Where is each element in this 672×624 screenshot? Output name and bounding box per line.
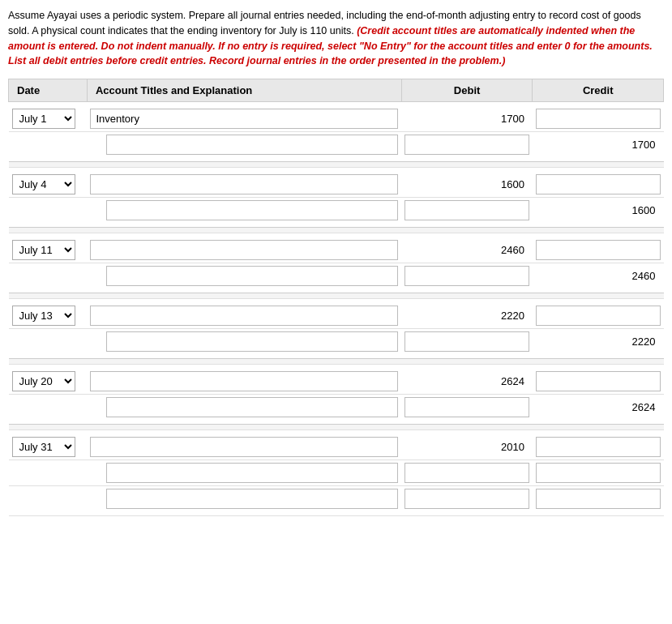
debit-input[interactable] [404, 135, 529, 155]
debit-value: 1700 [404, 109, 529, 128]
credit-value: 2220 [536, 332, 661, 351]
credit-input[interactable] [536, 174, 661, 194]
date-select[interactable]: July 1July 2July 3July 4July 5July 6July… [12, 174, 75, 194]
account-input[interactable] [106, 331, 398, 352]
group-separator [9, 293, 664, 299]
debit-value: 2220 [404, 306, 529, 325]
debit-value: 1600 [404, 175, 529, 194]
date-select[interactable]: July 1July 2July 3July 4July 5July 6July… [12, 306, 75, 326]
credit-value: 1700 [536, 135, 661, 154]
credit-input[interactable] [536, 109, 661, 129]
credit-input[interactable] [536, 489, 661, 509]
group-separator [9, 162, 664, 168]
date-select[interactable]: July 1July 2July 3July 4July 5July 6July… [12, 437, 75, 457]
account-input[interactable] [90, 306, 398, 326]
header-debit: Debit [401, 79, 533, 102]
table-row: 2460 [9, 263, 664, 293]
debit-value: 2624 [404, 372, 529, 391]
account-input[interactable] [90, 174, 398, 194]
header-credit: Credit [533, 79, 664, 102]
date-select[interactable]: July 1July 2July 3July 4July 5July 6July… [12, 240, 75, 260]
table-row: 1700 [9, 132, 664, 162]
credit-input[interactable] [536, 371, 661, 391]
debit-input[interactable] [404, 266, 529, 286]
instructions-block: Assume Ayayai uses a periodic system. Pr… [8, 8, 664, 69]
table-row: July 1July 2July 3July 4July 5July 6July… [9, 430, 664, 460]
account-input[interactable] [90, 437, 398, 457]
credit-input[interactable] [536, 437, 661, 457]
debit-value: 2460 [404, 241, 529, 259]
table-row: July 1July 2July 3July 4July 5July 6July… [9, 365, 664, 395]
table-row: July 1July 2July 3July 4July 5July 6July… [9, 168, 664, 198]
table-row [9, 486, 664, 516]
table-row: 2624 [9, 395, 664, 425]
credit-value: 1600 [536, 201, 661, 220]
credit-input[interactable] [536, 306, 661, 326]
account-input[interactable] [106, 463, 398, 483]
account-input[interactable] [106, 200, 398, 220]
credit-value: 2624 [536, 398, 661, 417]
account-input[interactable] [106, 489, 398, 509]
table-row: July 1July 2July 3July 4July 5July 6July… [9, 102, 664, 132]
account-input[interactable] [90, 371, 398, 391]
group-separator [9, 228, 664, 233]
header-account: Account Titles and Explanation [87, 79, 401, 102]
debit-input[interactable] [404, 489, 529, 509]
credit-value: 2460 [536, 267, 661, 285]
table-row: 2220 [9, 329, 664, 359]
table-body: July 1July 2July 3July 4July 5July 6July… [9, 102, 664, 516]
table-row: 1600 [9, 198, 664, 228]
account-input[interactable] [106, 135, 398, 155]
account-input[interactable] [106, 397, 398, 417]
account-input[interactable] [106, 266, 398, 286]
group-separator [9, 359, 664, 365]
table-row: July 1July 2July 3July 4July 5July 6July… [9, 233, 664, 263]
group-separator [9, 425, 664, 430]
table-header: Date Account Titles and Explanation Debi… [9, 79, 664, 102]
header-date: Date [9, 79, 88, 102]
credit-input[interactable] [536, 463, 661, 483]
date-select[interactable]: July 1July 2July 3July 4July 5July 6July… [12, 371, 75, 391]
debit-input[interactable] [404, 397, 529, 417]
account-input[interactable] [90, 109, 398, 129]
date-select[interactable]: July 1July 2July 3July 4July 5July 6July… [12, 109, 75, 129]
debit-value: 2010 [404, 438, 529, 456]
credit-input[interactable] [536, 240, 661, 260]
journal-table: Date Account Titles and Explanation Debi… [8, 79, 664, 516]
account-input[interactable] [90, 240, 398, 260]
debit-input[interactable] [404, 200, 529, 220]
table-row [9, 460, 664, 486]
table-row: July 1July 2July 3July 4July 5July 6July… [9, 299, 664, 329]
debit-input[interactable] [404, 331, 529, 352]
debit-input[interactable] [404, 463, 529, 483]
